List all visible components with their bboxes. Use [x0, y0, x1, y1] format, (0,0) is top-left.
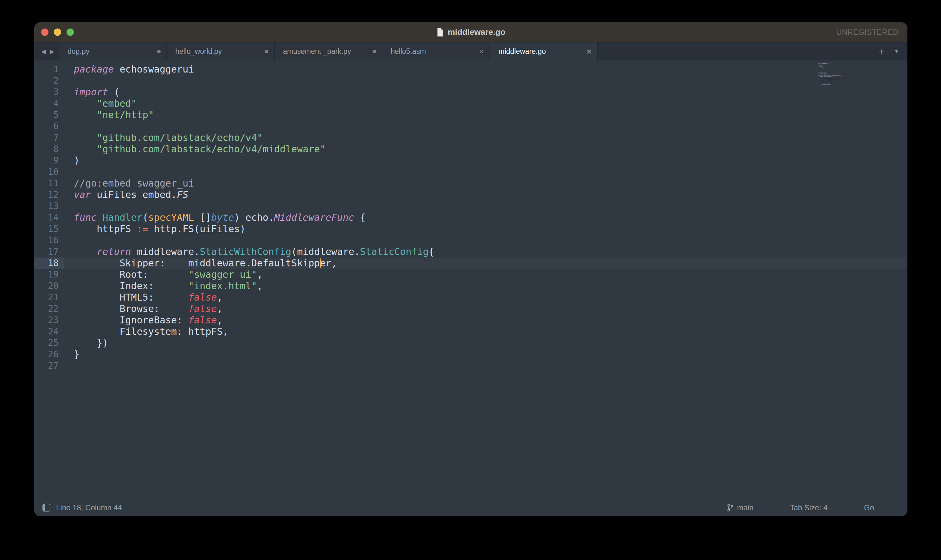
code-line-16[interactable]: 16: [34, 235, 907, 246]
code-line-21[interactable]: 21 HTML5: false,: [34, 292, 907, 303]
line-number[interactable]: 18: [34, 257, 64, 269]
code-text: "net/http": [64, 109, 154, 121]
code-line-15[interactable]: 15 httpFS := http.FS(uiFiles): [34, 223, 907, 235]
code-text: return middleware.StaticWithConfig(middl…: [64, 246, 434, 257]
line-number[interactable]: 17: [34, 246, 64, 257]
code-text: }): [64, 337, 108, 349]
minimize-window-button[interactable]: [54, 29, 61, 36]
line-number[interactable]: 1: [34, 64, 64, 75]
line-number[interactable]: 5: [34, 109, 64, 121]
code-line-1[interactable]: 1package echoswaggerui: [34, 64, 907, 75]
code-line-23[interactable]: 23 IgnoreBase: false,: [34, 314, 907, 326]
line-number[interactable]: 22: [34, 303, 64, 314]
line-number[interactable]: 2: [34, 75, 64, 86]
code-line-2[interactable]: 2: [34, 75, 907, 86]
modified-dot-icon[interactable]: [157, 50, 161, 53]
code-text: import (: [64, 86, 120, 98]
modified-dot-icon[interactable]: [373, 50, 376, 53]
code-line-18[interactable]: 18 Skipper: middleware.DefaultSkipper,: [34, 257, 907, 269]
tab-size-label[interactable]: Tab Size: 4: [790, 503, 827, 512]
tab-scroll-left-icon[interactable]: ◀: [41, 48, 46, 55]
code-line-3[interactable]: 3import (: [34, 86, 907, 98]
code-line-11[interactable]: 11//go:embed swagger_ui: [34, 178, 907, 189]
tab-dog-py[interactable]: dog.py: [59, 42, 167, 60]
code-line-8[interactable]: 8 "github.com/labstack/echo/v4/middlewar…: [34, 143, 907, 155]
code-line-10[interactable]: 10: [34, 166, 907, 178]
line-number[interactable]: 4: [34, 98, 64, 109]
language-label[interactable]: Go: [864, 503, 874, 512]
tab-hello-world-py[interactable]: hello_world.py: [167, 42, 275, 60]
line-number[interactable]: 23: [34, 314, 64, 326]
tab-nav-arrows: ◀ ▶: [34, 42, 59, 60]
modified-dot-icon[interactable]: [265, 50, 268, 53]
line-number[interactable]: 11: [34, 178, 64, 189]
code-line-14[interactable]: 14func Handler(specYAML []byte) echo.Mid…: [34, 212, 907, 223]
code-line-12[interactable]: 12var uiFiles embed.FS: [34, 189, 907, 200]
line-number[interactable]: 24: [34, 326, 64, 337]
code-text: ): [64, 155, 80, 166]
code-line-22[interactable]: 22 Browse: false,: [34, 303, 907, 314]
line-number[interactable]: 13: [34, 200, 64, 212]
line-number[interactable]: 6: [34, 121, 64, 132]
close-window-button[interactable]: [41, 29, 48, 36]
code-line-27[interactable]: 27: [34, 360, 907, 372]
code-line-20[interactable]: 20 Index: "index.html",: [34, 280, 907, 292]
new-tab-button[interactable]: +: [879, 46, 885, 57]
unregistered-label: UNREGISTERED: [836, 28, 899, 37]
line-number[interactable]: 20: [34, 280, 64, 292]
code-line-19[interactable]: 19 Root: "swagger_ui",: [34, 269, 907, 280]
line-number[interactable]: 9: [34, 155, 64, 166]
close-tab-icon[interactable]: ×: [479, 47, 484, 56]
tab-overflow-button[interactable]: ▼: [894, 48, 899, 55]
code-line-6[interactable]: 6: [34, 121, 907, 132]
minimap[interactable]: package echoswaggeruiimport ( "embed" "n…: [818, 63, 861, 91]
status-panel-icon[interactable]: [42, 504, 50, 512]
line-number[interactable]: 16: [34, 235, 64, 246]
tab-amusement-park-py[interactable]: amusement _park.py: [275, 42, 382, 60]
line-number[interactable]: 25: [34, 337, 64, 349]
code-line-24[interactable]: 24 Filesystem: httpFS,: [34, 326, 907, 337]
code-line-5[interactable]: 5 "net/http": [34, 109, 907, 121]
code-line-9[interactable]: 9): [34, 155, 907, 166]
line-number[interactable]: 21: [34, 292, 64, 303]
git-branch-icon: [727, 504, 734, 512]
line-number[interactable]: 12: [34, 189, 64, 200]
line-number[interactable]: 10: [34, 166, 64, 178]
zoom-window-button[interactable]: [66, 29, 74, 36]
code-line-7[interactable]: 7 "github.com/labstack/echo/v4": [34, 132, 907, 143]
tab-hello5-asm[interactable]: hello5.asm×: [382, 42, 490, 60]
line-number[interactable]: 27: [34, 360, 64, 372]
tab-label: dog.py: [68, 47, 157, 56]
close-tab-icon[interactable]: ×: [587, 47, 591, 56]
code-line-25[interactable]: 25 }): [34, 337, 907, 349]
tab-scroll-right-icon[interactable]: ▶: [50, 48, 54, 55]
line-number[interactable]: 15: [34, 223, 64, 235]
code-line-17[interactable]: 17 return middleware.StaticWithConfig(mi…: [34, 246, 907, 257]
line-number[interactable]: 8: [34, 143, 64, 155]
code-text: "github.com/labstack/echo/v4": [64, 132, 263, 143]
code-text: }: [64, 349, 80, 360]
code-text: Browse: false,: [64, 303, 223, 314]
cursor-position-label[interactable]: Line 18, Column 44: [56, 503, 122, 512]
code-line-13[interactable]: 13: [34, 200, 907, 212]
line-number[interactable]: 7: [34, 132, 64, 143]
window-title: middleware.go: [448, 27, 505, 37]
git-branch-indicator[interactable]: main: [727, 503, 753, 512]
line-number[interactable]: 26: [34, 349, 64, 360]
code-area[interactable]: 1package echoswaggerui23import (4 "embed…: [34, 64, 907, 372]
code-line-4[interactable]: 4 "embed": [34, 98, 907, 109]
tab-label: hello_world.py: [175, 47, 265, 56]
code-text: httpFS := http.FS(uiFiles): [64, 223, 246, 235]
line-number[interactable]: 19: [34, 269, 64, 280]
line-number[interactable]: 14: [34, 212, 64, 223]
tab-bar-actions: + ▼: [879, 42, 907, 60]
code-text: Index: "index.html",: [64, 280, 263, 292]
sublime-window: middleware.go UNREGISTERED ◀ ▶ dog.pyhel…: [34, 22, 907, 516]
status-bar: Line 18, Column 44 main Tab Size: 4 Go: [34, 499, 907, 516]
code-line-26[interactable]: 26}: [34, 349, 907, 360]
title-bar[interactable]: middleware.go UNREGISTERED: [34, 22, 907, 42]
editor-pane[interactable]: 1package echoswaggerui23import (4 "embed…: [34, 60, 907, 499]
tab-middleware-go[interactable]: middleware.go×: [490, 42, 598, 60]
line-number[interactable]: 3: [34, 86, 64, 98]
tab-label: middleware.go: [498, 47, 587, 56]
